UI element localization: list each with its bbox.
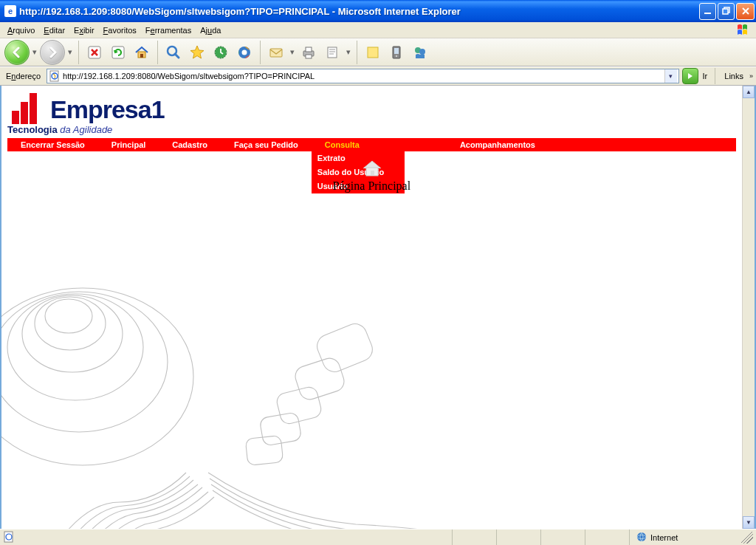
nav-faca-seu-pedido[interactable]: Faça seu Pedido (221, 138, 312, 151)
vertical-scrollbar[interactable]: ▲ ▼ (742, 86, 755, 529)
svg-rect-37 (21, 102, 28, 124)
addressbar: Endereço ▾ Ir Links » (0, 66, 756, 86)
page-body: Empresa1 Tecnologia da Agilidade Encerra… (1, 86, 742, 529)
note-button[interactable] (362, 41, 384, 64)
logo-mark-icon (7, 93, 46, 124)
menu-exibir[interactable]: Exibir (69, 24, 99, 36)
svg-rect-19 (394, 48, 399, 54)
status-section (452, 529, 496, 545)
svg-rect-17 (368, 47, 378, 58)
resize-grip[interactable] (741, 532, 753, 544)
home-icon (361, 159, 383, 176)
nav-cadastro[interactable]: Cadastro (159, 138, 221, 151)
toolbar-separator (157, 41, 158, 64)
company-logo: Empresa1 Tecnologia da Agilidade (1, 86, 742, 137)
links-separator (715, 68, 715, 84)
svg-rect-31 (314, 321, 376, 375)
home-button[interactable] (131, 41, 153, 64)
menu-arquivo[interactable]: Arquivo (3, 24, 39, 36)
address-input-container[interactable]: ▾ (47, 69, 678, 83)
toolbar: ▾ ▾ ▾ ▾ (0, 38, 756, 66)
svg-rect-36 (30, 93, 37, 124)
history-button[interactable] (210, 41, 232, 64)
logo-tagline: Tecnologia da Agilidade (7, 124, 736, 135)
svg-point-43 (637, 532, 646, 541)
svg-rect-15 (306, 55, 312, 58)
back-dropdown[interactable]: ▾ (31, 47, 38, 57)
stop-button[interactable] (83, 41, 106, 64)
menu-ajuda[interactable]: Ajuda (196, 24, 225, 36)
status-section (585, 529, 629, 545)
window-close-button[interactable] (736, 3, 755, 20)
svg-point-22 (419, 49, 425, 55)
favorites-button[interactable] (186, 41, 208, 64)
toolbar-separator (260, 41, 261, 64)
media-button[interactable] (233, 41, 255, 64)
address-dropdown[interactable]: ▾ (664, 69, 677, 83)
svg-point-11 (242, 49, 247, 55)
svg-rect-12 (270, 49, 282, 57)
toolbar-separator (357, 41, 357, 64)
svg-point-28 (22, 295, 123, 372)
menu-ferramentas[interactable]: Ferramentas (141, 24, 196, 36)
toolbar-separator (78, 41, 79, 64)
content-viewport: ▲ ▼ (0, 86, 756, 529)
go-button[interactable] (682, 68, 698, 84)
svg-point-26 (0, 292, 168, 432)
forward-button[interactable] (40, 40, 65, 65)
menu-editar[interactable]: Editar (39, 24, 69, 36)
links-chevron-icon[interactable]: » (749, 72, 753, 80)
svg-point-27 (7, 294, 143, 400)
forward-dropdown[interactable]: ▾ (66, 47, 74, 57)
nav-acompanhamentos[interactable]: Acompanhamentos (447, 138, 549, 151)
status-section (496, 529, 540, 545)
status-left (3, 531, 452, 544)
background-swirl (0, 281, 555, 529)
window-titlebar: e http://192.168.1.209:8080/WebSigom/slt… (0, 0, 756, 22)
svg-point-20 (396, 55, 397, 56)
status-page-icon (3, 531, 15, 544)
svg-rect-40 (371, 171, 374, 176)
internet-zone-icon (636, 531, 647, 544)
window-minimize-button[interactable] (699, 3, 716, 20)
nav-encerrar-sessao[interactable]: Encerrar Sessão (7, 138, 98, 151)
window-restore-button[interactable] (718, 3, 735, 20)
svg-point-25 (0, 288, 193, 465)
svg-rect-34 (259, 412, 302, 446)
links-label[interactable]: Links (718, 72, 746, 80)
edit-button[interactable] (321, 41, 343, 64)
nav-principal[interactable]: Principal (98, 138, 159, 151)
status-zone: Internet (629, 529, 740, 545)
svg-point-29 (35, 297, 106, 350)
research-button[interactable] (385, 41, 408, 64)
nav-consulta[interactable]: Consulta Extrato Saldo do Usuário Usuári… (312, 138, 373, 151)
search-button[interactable] (162, 41, 185, 64)
mail-dropdown[interactable]: ▾ (289, 47, 296, 57)
windows-flag-icon (735, 23, 753, 38)
menu-favoritos[interactable]: Favoritos (99, 24, 141, 36)
go-label: Ir (701, 72, 712, 80)
messenger-button[interactable] (409, 41, 431, 64)
menubar: Arquivo Editar Exibir Favoritos Ferramen… (0, 22, 756, 38)
svg-rect-38 (12, 111, 19, 124)
svg-rect-35 (245, 436, 284, 466)
edit-dropdown[interactable]: ▾ (345, 47, 352, 57)
status-zone-label: Internet (650, 533, 678, 542)
statusbar: Internet (0, 529, 756, 545)
scroll-up-button[interactable]: ▲ (743, 86, 755, 98)
back-button[interactable] (4, 40, 30, 65)
svg-rect-32 (292, 356, 346, 402)
print-button[interactable] (298, 41, 320, 64)
address-label: Endereço (3, 72, 44, 80)
logo-text: Empresa1 (50, 95, 165, 124)
scroll-down-button[interactable]: ▼ (743, 516, 755, 529)
svg-rect-14 (306, 47, 312, 52)
window-title: http://192.168.1.209:8080/WebSigom/sltwe… (19, 6, 699, 17)
status-section (540, 529, 585, 545)
refresh-button[interactable] (107, 41, 129, 64)
address-input[interactable] (63, 72, 664, 80)
page-title: Página Principal (1, 179, 742, 193)
svg-rect-4 (112, 47, 124, 58)
mail-button[interactable] (265, 41, 287, 64)
svg-rect-0 (704, 13, 711, 14)
